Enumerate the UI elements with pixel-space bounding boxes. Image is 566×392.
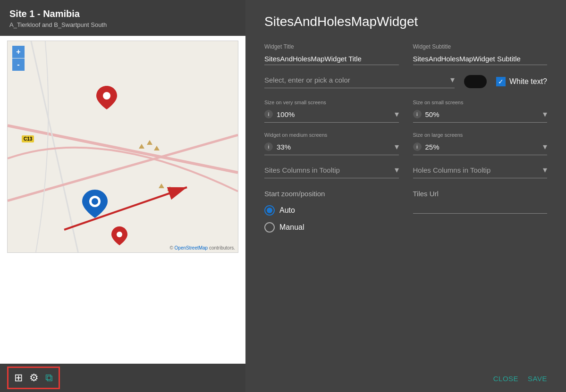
size-lg-arrow[interactable]: ▾ bbox=[543, 142, 547, 152]
svg-point-4 bbox=[103, 92, 110, 100]
sites-tooltip-arrow[interactable]: ▾ bbox=[395, 165, 399, 175]
right-panel: SitesAndHolesMapWidget Widget Title Widg… bbox=[245, 0, 566, 392]
map-background bbox=[8, 41, 238, 252]
toolbar-selected-group: ⊞ ⚙ ⧉ bbox=[7, 367, 60, 389]
size-md-arrow[interactable]: ▾ bbox=[395, 142, 399, 152]
radio-manual-row: Manual bbox=[264, 222, 399, 233]
radio-manual[interactable] bbox=[264, 222, 275, 233]
size-lg-field: Size on large screens i 25% ▾ bbox=[413, 132, 548, 155]
footer-buttons: CLOSE SAVE bbox=[493, 375, 547, 383]
sites-tooltip-label: Sites Columns in Tooltip bbox=[264, 166, 395, 174]
size-md-label: Widget on medium screens bbox=[264, 132, 399, 138]
road-label: C13 bbox=[22, 135, 34, 142]
radio-auto-label: Auto bbox=[279, 206, 295, 215]
radio-auto-row: Auto bbox=[264, 205, 399, 216]
radio-manual-label: Manual bbox=[279, 223, 304, 232]
size-xs-label: Size on very small screens bbox=[264, 100, 399, 105]
widget-title-input[interactable] bbox=[264, 53, 399, 65]
title-subtitle-row: Widget Title Widget Subtitle bbox=[264, 43, 547, 65]
svg-point-7 bbox=[117, 232, 122, 237]
svg-point-6 bbox=[92, 198, 98, 205]
size-lg-label: Size on large screens bbox=[413, 132, 548, 138]
blue-marker-center bbox=[81, 187, 109, 220]
size-sm-value: 50% bbox=[425, 110, 540, 118]
triangle-marker bbox=[159, 183, 164, 188]
size-md-info-icon[interactable]: i bbox=[264, 142, 273, 151]
bottom-section: Start zoom/position Auto Manual Tiles Ur… bbox=[264, 190, 547, 239]
save-button[interactable]: SAVE bbox=[528, 375, 547, 383]
size-xs-info-icon[interactable]: i bbox=[264, 110, 273, 118]
bottom-toolbar: ⊞ ⚙ ⧉ bbox=[0, 364, 245, 392]
size-xs-select[interactable]: i 100% ▾ bbox=[264, 109, 399, 123]
grid-icon[interactable]: ⊞ bbox=[14, 372, 23, 384]
triangle-marker bbox=[167, 186, 173, 191]
map-attribution: © OpenStreetMap contributors. bbox=[169, 245, 235, 250]
triangle-marker bbox=[154, 146, 160, 150]
holes-tooltip-field[interactable]: Holes Columns in Tooltip ▾ bbox=[413, 165, 548, 178]
size-sm-field: Size on small screens i 50% ▾ bbox=[413, 100, 548, 123]
color-select-container[interactable]: Select, enter or pick a color ▾ bbox=[264, 75, 455, 88]
size-xs-arrow[interactable]: ▾ bbox=[395, 109, 399, 119]
svg-rect-0 bbox=[8, 41, 238, 252]
widget-subtitle-field: Widget Subtitle bbox=[413, 43, 548, 65]
tooltip-row: Sites Columns in Tooltip ▾ Holes Columns… bbox=[264, 165, 547, 178]
close-button[interactable]: CLOSE bbox=[493, 375, 518, 383]
triangle-marker bbox=[139, 144, 144, 149]
radio-auto-inner bbox=[267, 208, 272, 213]
red-marker-top bbox=[95, 83, 118, 112]
size-md-select[interactable]: i 33% ▾ bbox=[264, 142, 399, 155]
map-container[interactable]: + - C13 © OpenStreetMap contributo bbox=[7, 41, 238, 253]
white-text-label: White text? bbox=[509, 77, 547, 86]
left-panel: Site 1 - Namibia A_Tierkloof and B_Swart… bbox=[0, 0, 245, 392]
gear-icon[interactable]: ⚙ bbox=[29, 372, 39, 384]
widget-title-field: Widget Title bbox=[264, 43, 399, 65]
size-md-field: Widget on medium screens i 33% ▾ bbox=[264, 132, 399, 155]
size-md-lg-row: Widget on medium screens i 33% ▾ Size on… bbox=[264, 132, 547, 155]
widget-subtitle-label: Widget Subtitle bbox=[413, 43, 548, 50]
color-dropdown-arrow[interactable]: ▾ bbox=[450, 75, 455, 85]
map-header: Site 1 - Namibia A_Tierkloof and B_Swart… bbox=[0, 0, 245, 36]
zoom-in-button[interactable]: + bbox=[12, 46, 25, 58]
color-row: Select, enter or pick a color ▾ ✓ White … bbox=[264, 75, 547, 88]
color-select-text: Select, enter or pick a color bbox=[264, 76, 450, 84]
tiles-section: Tiles Url bbox=[413, 190, 548, 239]
white-text-checkbox[interactable]: ✓ bbox=[496, 77, 506, 86]
holes-tooltip-arrow[interactable]: ▾ bbox=[543, 165, 547, 175]
map-subtitle: A_Tierkloof and B_Swartpunt South bbox=[9, 21, 236, 28]
zoom-section-title: Start zoom/position bbox=[264, 190, 399, 198]
size-sm-select[interactable]: i 50% ▾ bbox=[413, 109, 548, 123]
tiles-url-label: Tiles Url bbox=[413, 190, 548, 198]
red-marker-bottom bbox=[110, 225, 128, 247]
widget-main-title: SitesAndHolesMapWidget bbox=[264, 14, 547, 29]
size-xs-value: 100% bbox=[277, 110, 391, 118]
size-xs-field: Size on very small screens i 100% ▾ bbox=[264, 100, 399, 123]
color-swatch[interactable] bbox=[464, 75, 487, 88]
white-text-container: ✓ White text? bbox=[496, 77, 547, 86]
size-sm-info-icon[interactable]: i bbox=[413, 110, 422, 118]
copy-icon[interactable]: ⧉ bbox=[45, 372, 53, 384]
size-lg-select[interactable]: i 25% ▾ bbox=[413, 142, 548, 155]
tiles-url-input[interactable] bbox=[413, 201, 548, 214]
widget-subtitle-input[interactable] bbox=[413, 53, 548, 65]
triangle-marker bbox=[147, 140, 152, 145]
size-sm-arrow[interactable]: ▾ bbox=[543, 109, 547, 119]
size-lg-info-icon[interactable]: i bbox=[413, 142, 422, 151]
size-xs-sm-row: Size on very small screens i 100% ▾ Size… bbox=[264, 100, 547, 123]
radio-auto[interactable] bbox=[264, 205, 275, 216]
size-sm-label: Size on small screens bbox=[413, 100, 548, 105]
holes-tooltip-label: Holes Columns in Tooltip bbox=[413, 166, 543, 174]
map-title: Site 1 - Namibia bbox=[9, 8, 236, 19]
size-lg-value: 25% bbox=[425, 143, 540, 151]
size-md-value: 33% bbox=[277, 143, 391, 151]
sites-tooltip-field[interactable]: Sites Columns in Tooltip ▾ bbox=[264, 165, 399, 178]
zoom-section: Start zoom/position Auto Manual bbox=[264, 190, 399, 239]
widget-title-label: Widget Title bbox=[264, 43, 399, 50]
zoom-out-button[interactable]: - bbox=[12, 58, 25, 71]
map-zoom-controls: + - bbox=[12, 46, 25, 71]
